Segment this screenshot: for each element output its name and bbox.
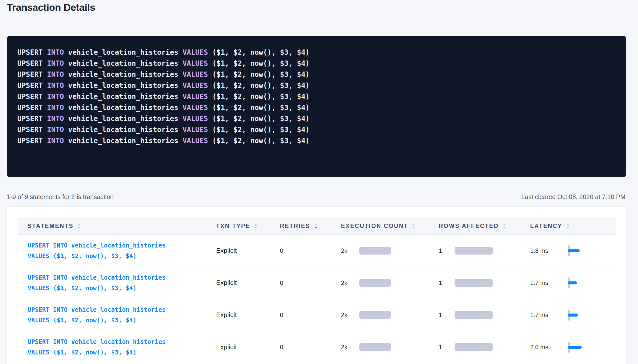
- latency-cell: 1.7 ms: [530, 309, 616, 321]
- statement-line-2: VALUES ($1, $2, now(), $3, $4): [28, 347, 216, 358]
- statement-link[interactable]: UPSERT INTO vehicle_location_historiesVA…: [18, 337, 216, 358]
- sql-text: UPSERT: [17, 81, 47, 90]
- sql-text: ($1, $2, now(), $3, $4): [208, 114, 310, 123]
- statement-line-1: UPSERT INTO vehicle_location_histories: [28, 240, 216, 251]
- transaction-sql-box: UPSERT INTO vehicle_location_histories V…: [7, 36, 626, 177]
- sort-asc-icon: [77, 224, 80, 225]
- statements-count-summary: 1-9 of 9 statements for this transaction: [7, 193, 114, 201]
- execution-count-cell: 2k: [341, 247, 439, 255]
- execution-count-value: 2k: [341, 279, 359, 286]
- sql-text: vehicle_location_histories: [64, 59, 182, 68]
- sql-text: vehicle_location_histories: [64, 70, 182, 79]
- column-header-rows-affected[interactable]: ROWS AFFECTED: [439, 223, 530, 229]
- sort-asc-icon: [412, 224, 415, 225]
- statement-line-1: UPSERT INTO vehicle_location_histories: [28, 272, 216, 283]
- sql-keyword: INTO: [47, 59, 64, 68]
- column-header-retries[interactable]: RETRIES: [280, 223, 341, 229]
- column-header-label: EXECUTION COUNT: [341, 223, 408, 229]
- sql-text: ($1, $2, now(), $3, $4): [208, 48, 310, 56]
- sql-text: UPSERT: [17, 137, 47, 145]
- rows-affected-bar: [455, 343, 493, 351]
- txn-type-cell: Explicit: [216, 247, 280, 255]
- sql-keyword: INTO: [47, 126, 64, 134]
- sort-desc-icon: [254, 227, 257, 228]
- sort-asc-icon: [254, 224, 257, 225]
- execution-count-cell: 2k: [341, 343, 439, 351]
- sort-arrows-icon: [77, 224, 80, 228]
- transaction-details-page: Transaction Details UPSERT INTO vehicle_…: [0, 0, 638, 364]
- latency-bar-chart: [568, 245, 588, 257]
- statement-line-1: UPSERT INTO vehicle_location_histories: [28, 337, 216, 347]
- sql-keyword: INTO: [47, 48, 64, 56]
- txn-type-cell: Explicit: [216, 279, 280, 287]
- sql-statement-line: UPSERT INTO vehicle_location_histories V…: [17, 124, 616, 135]
- rows-affected-cell: 1: [439, 343, 530, 351]
- column-header-label: RETRIES: [280, 223, 310, 229]
- retries-cell: 0: [280, 247, 341, 254]
- column-header-statements[interactable]: STATEMENTS: [18, 223, 216, 229]
- retries-cell: 0: [280, 312, 341, 319]
- rows-affected-value: 1: [439, 247, 455, 254]
- rows-affected-bar: [455, 247, 493, 255]
- latency-bar-chart: [568, 277, 588, 289]
- rows-affected-cell: 1: [439, 311, 530, 319]
- execution-count-bar: [359, 311, 391, 319]
- sql-text: UPSERT: [17, 59, 47, 68]
- latency-bar-chart: [568, 341, 588, 353]
- sort-arrows-icon: [503, 224, 506, 228]
- execution-count-cell: 2k: [341, 279, 439, 287]
- latency-cell: 2.0 ms: [530, 341, 616, 353]
- sort-arrows-icon: [314, 224, 317, 228]
- rows-affected-cell: 1: [439, 247, 530, 255]
- sort-arrows-icon: [412, 224, 415, 228]
- statement-line-2: VALUES ($1, $2, now(), $3, $4): [28, 315, 216, 326]
- statements-table-body: UPSERT INTO vehicle_location_historiesVA…: [18, 235, 616, 363]
- sort-desc-icon: [412, 227, 415, 228]
- sort-asc-icon: [503, 224, 506, 225]
- rows-affected-value: 1: [439, 279, 455, 286]
- sort-arrows-icon: [254, 224, 257, 228]
- sort-desc-icon: [566, 227, 569, 228]
- latency-value: 1.7 ms: [530, 279, 568, 286]
- execution-count-bar: [359, 279, 391, 287]
- column-header-latency[interactable]: LATENCY: [530, 223, 616, 229]
- sort-asc-icon: [314, 224, 317, 225]
- sql-text: ($1, $2, now(), $3, $4): [208, 126, 310, 134]
- statement-link[interactable]: UPSERT INTO vehicle_location_historiesVA…: [18, 240, 216, 261]
- table-meta-row: 1-9 of 9 statements for this transaction…: [7, 193, 625, 201]
- sql-text: UPSERT: [17, 92, 47, 101]
- sql-keyword: VALUES: [182, 114, 208, 123]
- sql-text: UPSERT: [17, 103, 47, 112]
- sql-statement-line: UPSERT INTO vehicle_location_histories V…: [17, 80, 616, 91]
- latency-bar-chart: [568, 309, 588, 321]
- statement-link[interactable]: UPSERT INTO vehicle_location_historiesVA…: [18, 272, 216, 293]
- latency-bar: [568, 281, 577, 284]
- sql-text: vehicle_location_histories: [64, 137, 182, 145]
- table-row: UPSERT INTO vehicle_location_historiesVA…: [18, 267, 616, 299]
- latency-bar: [568, 249, 580, 252]
- sql-keyword: VALUES: [182, 70, 208, 79]
- latency-bar: [568, 346, 582, 349]
- sql-keyword: VALUES: [182, 59, 208, 68]
- column-header-txn-type[interactable]: TXN TYPE: [216, 223, 280, 229]
- statement-link[interactable]: UPSERT INTO vehicle_location_historiesVA…: [18, 305, 216, 326]
- rows-affected-value: 1: [439, 344, 455, 351]
- sql-keyword: VALUES: [182, 48, 208, 56]
- execution-count-value: 2k: [341, 247, 359, 254]
- last-cleared-timestamp: Last cleared Oct 08, 2020 at 7:10 PM: [521, 193, 625, 201]
- page-title: Transaction Details: [7, 2, 95, 13]
- column-header-execution-count[interactable]: EXECUTION COUNT: [341, 223, 439, 229]
- execution-count-bar: [359, 343, 391, 351]
- sql-keyword: INTO: [47, 103, 64, 112]
- statement-line-1: UPSERT INTO vehicle_location_histories: [28, 305, 216, 315]
- sql-keyword: INTO: [47, 81, 64, 90]
- sql-text: ($1, $2, now(), $3, $4): [208, 81, 310, 90]
- execution-count-value: 2k: [341, 312, 359, 319]
- sql-statement-line: UPSERT INTO vehicle_location_histories V…: [17, 58, 616, 69]
- execution-count-bar: [359, 247, 391, 255]
- latency-value: 2.0 ms: [530, 344, 568, 351]
- sort-desc-icon: [77, 227, 80, 228]
- txn-type-cell: Explicit: [216, 343, 280, 351]
- sql-statement-line: UPSERT INTO vehicle_location_histories V…: [17, 135, 616, 146]
- sql-keyword: VALUES: [182, 103, 208, 112]
